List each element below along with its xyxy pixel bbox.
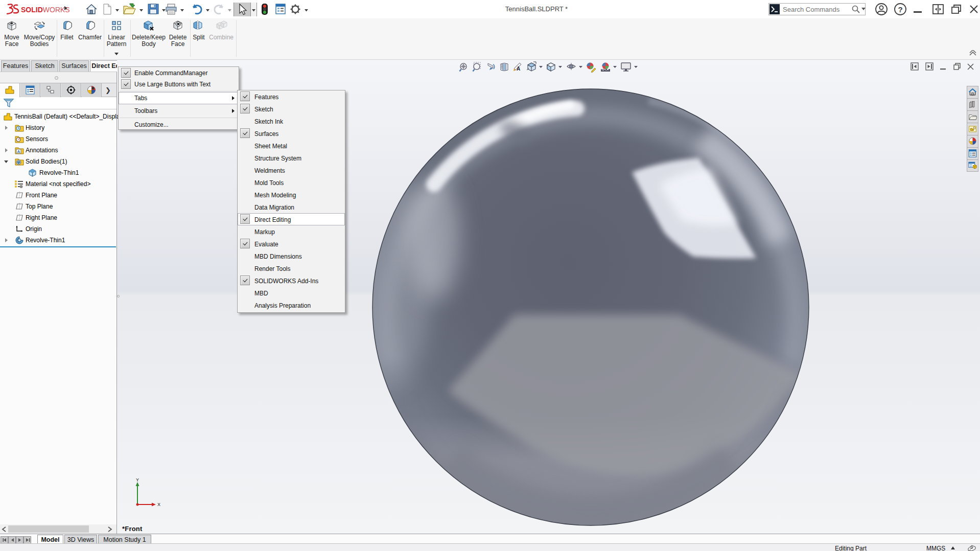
svg-text:A: A [517,66,520,72]
svg-text:X: X [157,502,160,507]
svg-text:?: ? [898,5,903,14]
svg-text:A: A [17,149,20,154]
svg-text:SOLIDWORKS: SOLIDWORKS [21,6,70,14]
svg-text:Y: Y [136,478,139,483]
